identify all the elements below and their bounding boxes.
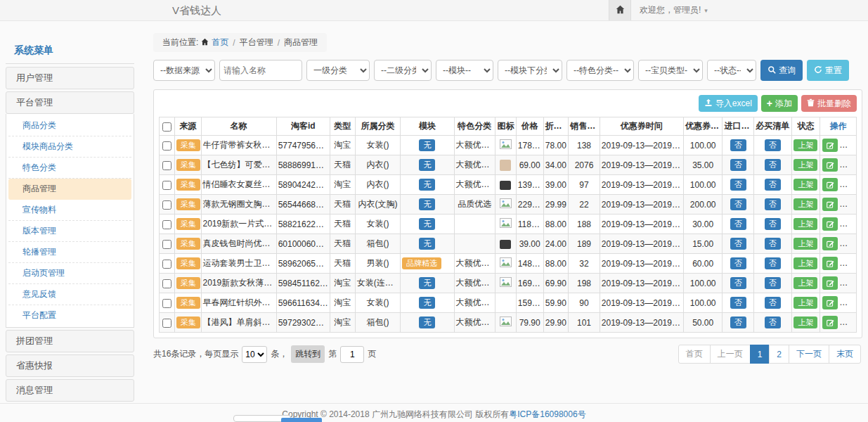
edit-button[interactable] <box>822 158 838 172</box>
must-buy-toggle[interactable]: 否 <box>765 179 781 191</box>
status-select[interactable]: --状态-- <box>707 60 756 81</box>
edit-button[interactable] <box>822 178 838 191</box>
status-badge[interactable]: 上架 <box>793 179 817 191</box>
status-badge[interactable]: 上架 <box>793 297 817 309</box>
page-number-input[interactable] <box>340 346 364 363</box>
breadcrumb-home-link[interactable]: 首页 <box>212 37 228 49</box>
row-checkbox[interactable] <box>162 200 171 210</box>
add-button[interactable]: + 添加 <box>761 95 798 112</box>
sidebar-item[interactable]: 模块商品分类 <box>8 136 131 158</box>
module-select[interactable]: --模块-- <box>436 60 493 81</box>
edit-button[interactable] <box>822 198 838 211</box>
item-type-select[interactable]: --宝贝类型-- <box>638 60 703 81</box>
select-all-checkbox[interactable] <box>162 122 171 132</box>
edit-button[interactable] <box>822 257 838 270</box>
row-checkbox[interactable] <box>162 260 171 269</box>
product-category: 箱包() <box>355 234 400 254</box>
row-checkbox[interactable] <box>162 279 171 288</box>
must-buy-toggle[interactable]: 否 <box>765 218 781 230</box>
import-select-toggle[interactable]: 否 <box>730 159 746 171</box>
status-badge[interactable]: 上架 <box>793 316 817 328</box>
must-buy-toggle[interactable]: 否 <box>765 198 781 210</box>
must-buy-toggle[interactable]: 否 <box>765 139 781 151</box>
sidebar-group[interactable]: 平台管理 <box>6 91 134 114</box>
sidebar-item[interactable]: 宣传物料 <box>8 200 131 221</box>
must-buy-toggle[interactable]: 否 <box>765 257 781 269</box>
edit-button[interactable] <box>822 217 838 231</box>
sidebar-item[interactable]: 版本管理 <box>8 221 131 242</box>
must-buy-toggle[interactable]: 否 <box>765 297 781 309</box>
sidebar-group[interactable]: 省惠快报 <box>6 354 134 377</box>
must-buy-toggle[interactable]: 否 <box>765 316 781 328</box>
source-badge: 采集 <box>176 179 200 191</box>
must-buy-toggle[interactable]: 否 <box>765 277 781 289</box>
reset-button[interactable]: 重置 <box>807 60 849 81</box>
import-select-toggle[interactable]: 否 <box>730 238 746 250</box>
batch-delete-button[interactable]: 批量删除 <box>801 95 857 112</box>
user-menu[interactable]: 欢迎您，管理员! ▾ <box>640 0 708 20</box>
import-select-toggle[interactable]: 否 <box>730 316 746 328</box>
sidebar-group[interactable]: 用户管理 <box>6 67 134 89</box>
row-checkbox[interactable] <box>162 141 171 151</box>
edit-button[interactable] <box>822 139 838 152</box>
row-checkbox[interactable] <box>162 299 171 308</box>
data-source-select[interactable]: --数据来源-- <box>153 60 215 81</box>
page-button[interactable]: 2 <box>769 345 789 364</box>
import-select-toggle[interactable]: 否 <box>730 297 746 309</box>
sidebar-group[interactable]: 消息管理 <box>6 379 134 402</box>
page-button[interactable]: 1 <box>750 345 770 364</box>
row-checkbox[interactable] <box>162 319 171 328</box>
must-buy-toggle[interactable]: 否 <box>765 238 781 250</box>
edit-button[interactable] <box>822 276 838 290</box>
icp-link[interactable]: 粤ICP备16098006号 <box>509 409 585 419</box>
price: 118.00 <box>516 215 543 234</box>
import-select-toggle[interactable]: 否 <box>730 198 746 210</box>
name-input[interactable] <box>219 60 302 81</box>
sidebar-item[interactable]: 意见反馈 <box>8 284 131 305</box>
sidebar-item[interactable]: 平台配置 <box>8 305 131 326</box>
page-button[interactable]: 下一页 <box>789 345 829 364</box>
status-badge[interactable]: 上架 <box>793 218 817 230</box>
sidebar-item[interactable]: 启动页管理 <box>8 263 131 284</box>
status-badge[interactable]: 上架 <box>793 198 817 210</box>
module-badge: 无 <box>419 179 435 191</box>
must-buy-toggle[interactable]: 否 <box>765 159 781 171</box>
page-button[interactable]: 末页 <box>829 345 861 364</box>
sidebar-item[interactable]: 商品分类 <box>8 115 131 136</box>
search-button[interactable]: 查询 <box>760 60 803 81</box>
import-select-toggle[interactable]: 否 <box>730 139 746 151</box>
status-badge[interactable]: 上架 <box>793 238 817 250</box>
row-checkbox[interactable] <box>162 161 171 170</box>
row-checkbox[interactable] <box>162 181 171 190</box>
import-select-toggle[interactable]: 否 <box>730 277 746 289</box>
import-select-toggle[interactable]: 否 <box>730 257 746 269</box>
import-select-toggle[interactable]: 否 <box>730 218 746 230</box>
column-header: 状态 <box>791 117 820 136</box>
page-button[interactable]: 首页 <box>678 345 711 364</box>
status-badge[interactable]: 上架 <box>793 159 817 171</box>
sidebar-group[interactable]: 拼团管理 <box>6 330 134 352</box>
status-badge[interactable]: 上架 <box>793 257 817 269</box>
level1-category-select[interactable]: 一级分类 <box>306 60 370 81</box>
row-checkbox[interactable] <box>162 240 171 249</box>
row-checkbox[interactable] <box>162 220 171 229</box>
module-subcategory-select[interactable]: --模块下分类-- <box>498 60 562 81</box>
edit-button[interactable] <box>822 296 838 309</box>
table-row: 采集牛仔背带裤女秋装减龄...577479560965淘宝女装()无大额优惠券1… <box>160 136 857 155</box>
sidebar-item[interactable]: 特色分类 <box>8 158 131 179</box>
edit-button[interactable] <box>822 316 838 329</box>
sidebar-item[interactable]: 轮播管理 <box>8 242 131 263</box>
platform-type: 淘宝 <box>330 293 356 313</box>
jump-to-button[interactable]: 跳转到 <box>291 345 325 363</box>
level2-category-select[interactable]: --二级分类-- <box>374 60 432 81</box>
import-select-toggle[interactable]: 否 <box>730 179 746 191</box>
feature-category-select[interactable]: --特色分类-- <box>566 60 634 81</box>
status-badge[interactable]: 上架 <box>793 139 817 151</box>
edit-button[interactable] <box>822 237 838 250</box>
page-button[interactable]: 上一页 <box>710 345 751 364</box>
sidebar-item[interactable]: 商品管理 <box>8 179 131 200</box>
per-page-select[interactable]: 10 <box>242 346 267 363</box>
status-badge[interactable]: 上架 <box>793 277 817 289</box>
home-button[interactable] <box>609 0 631 20</box>
import-excel-button[interactable]: 导入excel <box>699 95 758 112</box>
